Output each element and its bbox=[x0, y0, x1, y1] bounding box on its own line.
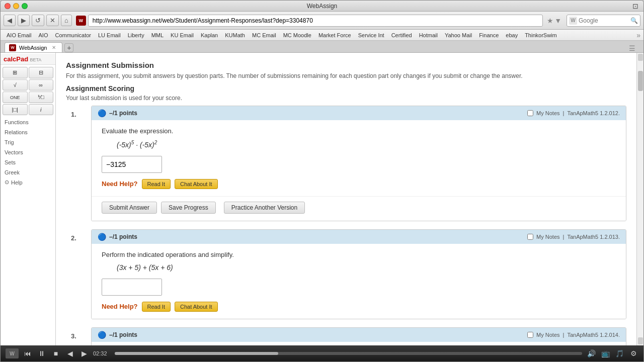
tab-list-icon[interactable]: ☰ bbox=[629, 44, 635, 52]
question-2-read-btn[interactable]: Read It bbox=[142, 302, 171, 312]
bookmark-liberty[interactable]: Liberty bbox=[125, 31, 147, 39]
bookmark-aio-email[interactable]: AIO Email bbox=[4, 31, 35, 39]
calc-section-relations[interactable]: Relations bbox=[1, 127, 55, 137]
media-stop-btn[interactable]: ■ bbox=[51, 348, 61, 358]
question-2-my-notes-checkbox[interactable] bbox=[527, 234, 533, 240]
bookmark-mml[interactable]: MML bbox=[148, 31, 167, 39]
home-button[interactable]: ⌂ bbox=[61, 15, 72, 26]
scroll-thumb[interactable] bbox=[638, 71, 643, 91]
search-submit-icon[interactable]: 🔍 bbox=[630, 17, 638, 24]
calc-btn-grid2[interactable]: ⊟ bbox=[29, 67, 54, 78]
question-1-read-btn[interactable]: Read It bbox=[142, 179, 171, 189]
question-3-my-notes-checkbox[interactable] bbox=[527, 332, 533, 338]
bookmark-mc-email[interactable]: MC Email bbox=[249, 31, 279, 39]
media-play-btn[interactable]: ▶ bbox=[79, 348, 89, 358]
new-tab-button[interactable]: + bbox=[64, 43, 73, 52]
calc-section-vectors[interactable]: Vectors bbox=[1, 147, 55, 157]
question-1-chat-btn[interactable]: Chat About It bbox=[175, 179, 218, 189]
bookmark-service-int[interactable]: Service Int bbox=[355, 31, 387, 39]
practice-version-btn[interactable]: Practice Another Version bbox=[224, 202, 305, 214]
media-progress-fill bbox=[115, 352, 278, 355]
back-button[interactable]: ◀ bbox=[4, 15, 16, 26]
question-3-my-notes-label: My Notes bbox=[536, 332, 559, 338]
tab-bar: W WebAssign ✕ + ☰ bbox=[1, 41, 643, 53]
search-input[interactable] bbox=[579, 17, 629, 24]
media-pause-btn[interactable]: ⏸ bbox=[37, 348, 47, 358]
right-scrollbar[interactable] bbox=[636, 53, 643, 345]
calc-btn-frac[interactable]: ⅟□ bbox=[29, 92, 54, 103]
bookmark-thinkorswim[interactable]: ThinkorSwim bbox=[522, 31, 560, 39]
question-2-chat-btn[interactable]: Chat About It bbox=[175, 302, 218, 312]
question-1-my-notes-checkbox[interactable] bbox=[527, 110, 533, 116]
question-1-content: 🔵 –/1 points My Notes | TanApMath5 1.2.0… bbox=[91, 106, 626, 229]
question-1-ref: TanApMath5 1.2.012. bbox=[567, 110, 620, 116]
calc-section-functions[interactable]: Functions bbox=[1, 117, 55, 127]
save-progress-btn[interactable]: Save Progress bbox=[161, 202, 216, 214]
media-icon-3[interactable]: 🎵 bbox=[614, 348, 624, 358]
scroll-down-arrow[interactable] bbox=[638, 337, 643, 344]
calc-section-greek[interactable]: Greek bbox=[1, 167, 55, 177]
bookmark-lu-email[interactable]: LU Email bbox=[95, 31, 124, 39]
bookmark-mc-moodle[interactable]: MC Moodle bbox=[280, 31, 314, 39]
bookmark-communicator[interactable]: Communicator bbox=[52, 31, 94, 39]
calc-buttons: ⊞ ⊟ √ ∞ ONE ⅟□ |□| i bbox=[1, 65, 55, 117]
tab-close-button[interactable]: ✕ bbox=[52, 45, 56, 50]
scroll-up-arrow[interactable] bbox=[638, 54, 643, 61]
calc-btn-abs[interactable]: |□| bbox=[3, 104, 28, 115]
question-3-header-left: 🔵 –/1 points bbox=[98, 331, 137, 339]
question-3-box: 🔵 –/1 points My Notes | TanApMath5 1.2.0… bbox=[91, 327, 626, 345]
maximize-button[interactable] bbox=[22, 3, 28, 9]
stop-button[interactable]: ✕ bbox=[46, 15, 59, 26]
url-bar[interactable] bbox=[88, 15, 543, 27]
bookmark-yahoo-mail[interactable]: Yahoo Mail bbox=[442, 31, 475, 39]
question-2-box: 🔵 –/1 points My Notes | TanApMath5 1.2.0… bbox=[91, 229, 626, 319]
active-tab[interactable]: W WebAssign ✕ bbox=[5, 42, 62, 52]
media-logo-btn[interactable]: W bbox=[6, 348, 19, 358]
close-button[interactable] bbox=[5, 3, 11, 9]
reload-button[interactable]: ↺ bbox=[32, 15, 44, 26]
bookmarks-more-icon[interactable]: » bbox=[636, 31, 640, 39]
bookmarks-bar: AIO Email AIO Communicator LU Email Libe… bbox=[1, 30, 643, 41]
question-1-header-left: 🔵 –/1 points bbox=[98, 109, 137, 117]
media-icon-1[interactable]: 🔊 bbox=[586, 348, 596, 358]
media-icon-4[interactable]: ⚙ bbox=[628, 348, 638, 358]
question-2-answer-input[interactable] bbox=[102, 279, 162, 296]
window-controls[interactable] bbox=[5, 3, 28, 9]
question-2-text: Perform the indicated operations and sim… bbox=[102, 251, 616, 258]
question-2-ref: TanApMath5 1.2.013. bbox=[567, 234, 620, 240]
calc-btn-inf[interactable]: ∞ bbox=[29, 79, 54, 90]
bookmark-ebay[interactable]: ebay bbox=[503, 31, 521, 39]
question-3-header-right: My Notes | TanApMath5 1.2.014. bbox=[527, 332, 620, 338]
help-link[interactable]: ⊙ Help bbox=[1, 177, 55, 187]
tab-label: WebAssign bbox=[19, 45, 47, 51]
media-icon-2[interactable]: 📺 bbox=[600, 348, 610, 358]
question-3-number: 3. bbox=[66, 327, 91, 345]
bookmark-aio[interactable]: AIO bbox=[36, 31, 51, 39]
bookmark-certified[interactable]: Certified bbox=[388, 31, 415, 39]
minimize-button[interactable] bbox=[13, 3, 19, 9]
question-1-header-right: My Notes | TanApMath5 1.2.012. bbox=[527, 110, 620, 116]
bookmark-kaplan[interactable]: Kaplan bbox=[198, 31, 221, 39]
bookmark-market-force[interactable]: Market Force bbox=[315, 31, 354, 39]
bookmark-hotmail[interactable]: Hotmail bbox=[416, 31, 441, 39]
calc-title: calcPad bbox=[4, 55, 28, 63]
bookmark-finance[interactable]: Finance bbox=[476, 31, 502, 39]
calc-btn-sqrt[interactable]: √ bbox=[3, 79, 28, 90]
calc-section-trig[interactable]: Trig bbox=[1, 137, 55, 147]
bookmark-star-icon[interactable]: ★ bbox=[547, 17, 553, 25]
bookmark-down-icon[interactable]: ▼ bbox=[554, 17, 561, 25]
question-1-separator: | bbox=[563, 110, 565, 116]
question-1-answer-input[interactable] bbox=[102, 156, 162, 173]
media-rewind-btn[interactable]: ⏮ bbox=[23, 348, 33, 358]
main-content-area: Assignment Submission For this assignmen… bbox=[56, 53, 636, 345]
calc-section-sets[interactable]: Sets bbox=[1, 157, 55, 167]
calc-btn-one[interactable]: ONE bbox=[3, 92, 28, 103]
forward-button[interactable]: ▶ bbox=[18, 15, 30, 26]
submit-answer-btn[interactable]: Submit Answer bbox=[102, 202, 157, 214]
calc-btn-grid[interactable]: ⊞ bbox=[3, 67, 28, 78]
bookmark-ku-email[interactable]: KU Email bbox=[168, 31, 197, 39]
bookmark-kumath[interactable]: KUMath bbox=[222, 31, 248, 39]
media-progress-bar[interactable] bbox=[115, 352, 582, 355]
media-prev-btn[interactable]: ◀ bbox=[65, 348, 75, 358]
calc-btn-i[interactable]: i bbox=[29, 104, 54, 115]
